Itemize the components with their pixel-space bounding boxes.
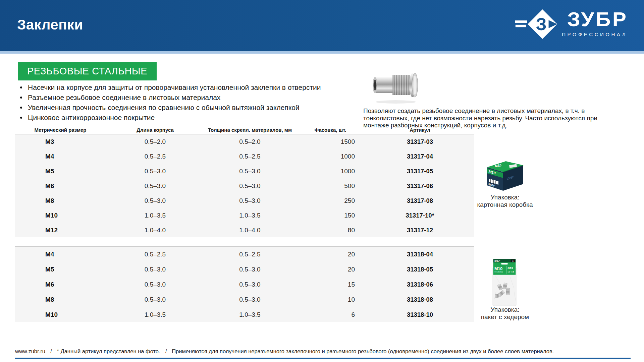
brand-text: ЗУБР ПРОФЕССИОНАЛ: [562, 9, 628, 37]
cell-thickness: 0.5–2.5: [205, 153, 295, 160]
cell-metric-size: М5: [15, 168, 106, 175]
bullet-dot: [20, 86, 22, 88]
cell-article: 31318-05: [366, 266, 474, 273]
page-title: Заклепки: [17, 17, 83, 33]
header-accent-strip: [0, 51, 644, 54]
cell-metric-size: М4: [15, 153, 106, 160]
footer: www.zubr.ru / * Данный артикул представл…: [15, 348, 631, 355]
table-row: М5 0.5–3.0 0.5–3.0 1000 31317-05: [15, 164, 474, 179]
cell-pack-qty: 10: [295, 296, 366, 303]
footer-separator: /: [165, 348, 167, 355]
bullet-dot: [20, 117, 22, 119]
cell-body-length: 0.5–3.0: [106, 182, 205, 190]
cell-article: 31317-04: [366, 153, 474, 160]
cell-body-length: 0.5–2.5: [106, 153, 205, 160]
cell-thickness: 0.5–3.0: [205, 296, 295, 303]
caption-line: Упаковка:: [469, 306, 541, 313]
table-row: М6 0.5–3.0 0.5–3.0 500 31317-06: [15, 179, 474, 193]
caption-line: пакет с хедером: [469, 313, 541, 321]
cell-article: 31317-08: [366, 197, 474, 204]
cell-metric-size: М10: [15, 311, 106, 318]
table-row: М3 0.5–2.0 0.5–2.0 1500 31317-03: [15, 134, 474, 149]
cell-metric-size: М10: [15, 212, 106, 219]
footer-note-photo: * Данный артикул представлен на фото.: [57, 348, 160, 355]
table-header-row: Метрический размер Длина корпуса Толщина…: [15, 126, 474, 133]
cell-thickness: 1.0–3.5: [205, 212, 295, 219]
table-row: М12 1.0–4.0 1.0–4.0 80 31317-12: [15, 223, 474, 238]
cell-thickness: 1.0–3.5: [205, 311, 295, 318]
cell-metric-size: М6: [15, 281, 106, 288]
column-header-body-length: Длина корпуса: [106, 127, 205, 133]
cell-body-length: 1.0–3.5: [106, 212, 205, 219]
cell-article: 31318-08: [366, 296, 474, 303]
cell-body-length: 0.5–2.0: [106, 138, 205, 145]
package-box-image: М10 М10 ЗУБР ЗУБР: [482, 158, 526, 193]
bag-type-label: СТАЛЬНЫЕ: [494, 271, 503, 273]
footer-separator: /: [50, 348, 52, 355]
cell-thickness: 0.5–3.0: [205, 266, 295, 273]
cell-pack-qty: 250: [295, 197, 366, 204]
footer-site-link[interactable]: www.zubr.ru: [15, 348, 45, 355]
feature-item: Разъемное резьбовое соединение в листовы…: [18, 93, 353, 103]
cell-thickness: 0.5–2.0: [205, 138, 295, 145]
cell-body-length: 0.5–2.5: [106, 251, 205, 258]
cell-pack-qty: 20: [295, 266, 366, 273]
column-header-article: Артикул: [366, 127, 474, 133]
table-row: М6 0.5–3.0 0.5–3.0 15 31318-06: [15, 277, 474, 292]
cell-article: 31318-10: [366, 311, 474, 318]
table-row: М10 1.0–3.5 1.0–3.5 150 31317-10*: [15, 208, 474, 223]
cell-metric-size: М3: [15, 138, 106, 145]
table-row: М5 0.5–3.0 0.5–3.0 20 31318-05: [15, 262, 474, 277]
cell-article: 31318-04: [366, 251, 474, 258]
cell-metric-size: М8: [15, 197, 106, 204]
brand-name: ЗУБР: [567, 9, 628, 30]
bag-diameter-label: Ø13: [507, 266, 513, 270]
cell-pack-qty: 150: [295, 212, 366, 219]
cell-thickness: 0.5–2.5: [205, 251, 295, 258]
feature-text: Разъемное резьбовое соединение в листовы…: [28, 94, 220, 102]
cell-metric-size: М8: [15, 296, 106, 303]
table-row: М8 0.5–3.0 0.5–3.0 250 31317-08: [15, 193, 474, 208]
table-section-2: М4 0.5–2.5 0.5–2.5 20 31318-04 М5 0.5–3.…: [15, 246, 474, 322]
feature-text: Увеличенная прочность соединения по срав…: [28, 104, 300, 112]
cell-body-length: 0.5–3.0: [106, 168, 205, 175]
table-row: М8 0.5–3.0 0.5–3.0 10 31318-08: [15, 292, 474, 307]
brand-logo: З ЗУБР ПРОФЕССИОНАЛ: [515, 9, 628, 40]
rivet-nut-photo: [372, 66, 423, 106]
cell-metric-size: М5: [15, 266, 106, 273]
cell-body-length: 1.0–4.0: [106, 227, 205, 234]
table-row: М4 0.5–2.5 0.5–2.5 1000 31317-04: [15, 149, 474, 164]
table-row: М10 1.0–3.5 1.0–3.5 6 31318-10: [15, 307, 474, 322]
table-section-1: М3 0.5–2.0 0.5–2.0 1500 31317-03 М4 0.5–…: [15, 134, 474, 237]
footer-note-usage: Применяются для получения неразъемного з…: [172, 348, 554, 355]
cell-thickness: 0.5–3.0: [205, 197, 295, 204]
cell-body-length: 1.0–3.5: [106, 311, 205, 318]
cell-pack-qty: 15: [295, 281, 366, 288]
cell-article: 31317-05: [366, 168, 474, 175]
column-header-thickness: Толщина скрепл. материалов, мм: [205, 127, 295, 133]
column-header-metric-size: Метрический размер: [15, 127, 106, 133]
cell-metric-size: М6: [15, 182, 106, 190]
footer-bottom-rule: [15, 358, 631, 359]
footer-top-divider: [15, 340, 631, 340]
feature-item: Цинковое антикоррозионное покрытие: [18, 113, 353, 123]
product-description: Позволяют создать резьбовое соединение в…: [363, 107, 624, 129]
cell-article: 31317-06: [366, 182, 474, 190]
cell-metric-size: М4: [15, 251, 106, 258]
feature-list: Насечки на корпусе для защиты от провора…: [18, 82, 353, 123]
cell-article: 31317-03: [366, 138, 474, 145]
header-bar: Заклепки З ЗУБР ПРОФЕССИОНАЛ: [0, 0, 644, 51]
cell-pack-qty: 1500: [295, 138, 366, 145]
bullet-dot: [20, 97, 22, 99]
cell-thickness: 0.5–3.0: [205, 182, 295, 190]
cell-pack-qty: 1000: [295, 153, 366, 160]
cell-body-length: 0.5–3.0: [106, 266, 205, 273]
cell-pack-qty: 500: [295, 182, 366, 190]
logo-letter: З: [536, 15, 547, 34]
catalog-page: Заклепки З ЗУБР ПРОФЕССИОНАЛ РЕЗЬБОВЫЕ С…: [0, 0, 644, 362]
cell-thickness: 0.5–3.0: [205, 281, 295, 288]
brand-subtitle: ПРОФЕССИОНАЛ: [562, 32, 627, 37]
cell-pack-qty: 1000: [295, 168, 366, 175]
bag-range-label: 1.0–3.5: [507, 271, 514, 273]
bag-brand-label: ЗУБР: [494, 260, 500, 262]
